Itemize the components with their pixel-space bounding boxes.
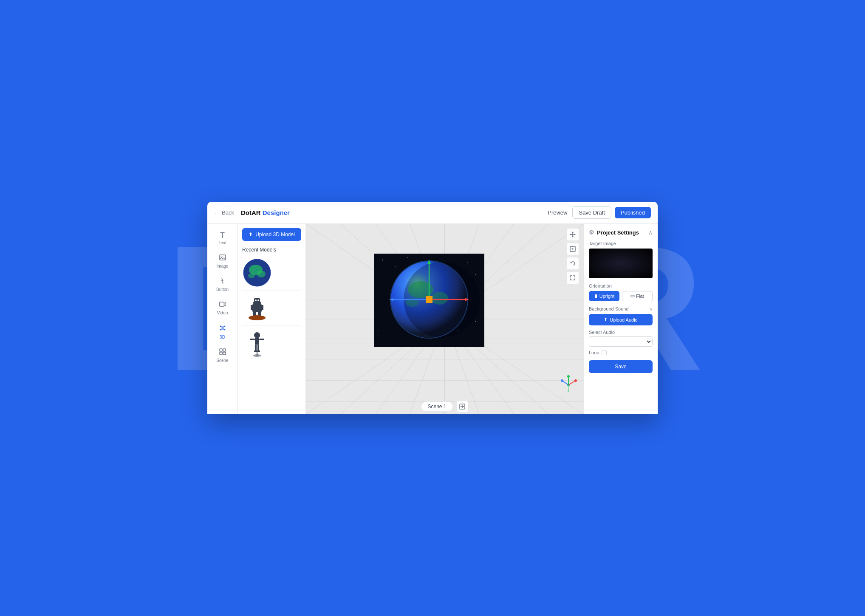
- svg-point-21: [248, 273, 255, 278]
- orientation-buttons: Upright Flat: [589, 291, 653, 301]
- svg-rect-40: [257, 350, 260, 352]
- undo-button[interactable]: [566, 257, 579, 270]
- scene-bar: Scene 1: [306, 399, 583, 414]
- svg-marker-87: [427, 260, 431, 264]
- svg-rect-14: [220, 349, 222, 351]
- svg-marker-98: [574, 234, 576, 235]
- model-item-robot[interactable]: [242, 291, 301, 326]
- app-body: T Text Image But: [207, 224, 658, 414]
- svg-marker-95: [572, 232, 574, 233]
- fairy-thumbnail: [242, 328, 272, 358]
- app-title: DotAR Designer: [241, 209, 290, 216]
- model-list: [238, 255, 305, 361]
- sidebar-item-image[interactable]: Image: [210, 250, 235, 272]
- scene-name[interactable]: Scene 1: [421, 401, 452, 412]
- expand-button[interactable]: [566, 271, 579, 284]
- upload-3d-model-button[interactable]: ⬆ Upload 3D Model: [242, 228, 301, 241]
- right-panel: ⚙ Project Settings ∧ Target Image Orient…: [583, 224, 658, 414]
- svg-point-20: [257, 271, 266, 277]
- text-icon: T: [220, 232, 225, 239]
- 3d-icon: [218, 324, 227, 333]
- model-item-fairy[interactable]: [242, 326, 301, 361]
- svg-rect-39: [254, 350, 257, 352]
- target-image-preview[interactable]: [589, 249, 653, 278]
- image-icon: [219, 254, 226, 263]
- sidebar-item-text[interactable]: T Text: [210, 228, 235, 249]
- save-button[interactable]: Save: [589, 360, 653, 373]
- icon-sidebar: T Text Image But: [207, 224, 238, 414]
- svg-marker-97: [570, 234, 571, 235]
- upload-audio-button[interactable]: ⬆ Upload Audio: [589, 314, 653, 325]
- svg-point-107: [574, 379, 577, 382]
- svg-point-109: [561, 379, 563, 382]
- chevron-down-icon: ∨: [650, 307, 653, 311]
- bg-sound-label: Background Sound ∨: [589, 306, 653, 311]
- audio-select[interactable]: [589, 336, 653, 347]
- svg-rect-38: [257, 345, 259, 351]
- svg-point-31: [257, 300, 259, 301]
- axes-indicator: [558, 372, 579, 395]
- svg-rect-37: [255, 345, 257, 351]
- svg-rect-0: [220, 255, 226, 260]
- axes-svg: [558, 372, 579, 393]
- save-draft-button[interactable]: Save Draft: [572, 206, 611, 219]
- select-audio-label: Select Audio: [589, 330, 653, 335]
- asset-panel: ⬆ Upload 3D Model Recent Models: [238, 224, 306, 414]
- svg-marker-96: [572, 236, 574, 237]
- sidebar-item-video[interactable]: Video: [210, 297, 235, 319]
- add-scene-button[interactable]: [456, 401, 468, 413]
- earth-thumbnail: [242, 258, 272, 288]
- svg-point-42: [253, 354, 261, 357]
- audio-upload-icon: ⬆: [604, 317, 608, 322]
- svg-point-33: [254, 332, 260, 338]
- move-tool-button[interactable]: [566, 228, 579, 241]
- svg-line-9: [223, 326, 225, 328]
- svg-point-111: [568, 390, 569, 392]
- sidebar-item-button[interactable]: Button: [210, 274, 235, 295]
- gear-icon: ⚙: [589, 229, 594, 236]
- svg-point-32: [249, 315, 266, 320]
- earth-scene-object[interactable]: [374, 254, 484, 347]
- scene-toolbar: [566, 228, 579, 284]
- svg-marker-89: [465, 298, 469, 301]
- svg-point-30: [255, 300, 257, 301]
- svg-rect-34: [255, 338, 259, 345]
- sidebar-item-scene[interactable]: Scene: [210, 345, 235, 366]
- model-item-earth[interactable]: [242, 255, 301, 291]
- loop-label: Loop: [589, 350, 599, 355]
- back-arrow-icon: ←: [214, 209, 220, 216]
- loop-row: Loop: [589, 350, 653, 355]
- svg-point-105: [567, 375, 570, 378]
- svg-marker-91: [389, 298, 393, 301]
- svg-rect-2: [219, 302, 224, 306]
- target-image-label: Target Image: [589, 241, 653, 246]
- svg-rect-36: [259, 339, 264, 340]
- panel-header: ⚙ Project Settings ∧: [589, 229, 653, 236]
- sidebar-item-3d[interactable]: 3D: [210, 320, 235, 343]
- svg-rect-115: [595, 294, 597, 298]
- canvas-area: Scene 1: [306, 224, 583, 414]
- svg-line-10: [220, 328, 223, 330]
- transform-handles: [374, 254, 484, 347]
- cursor-tool-button[interactable]: [566, 243, 579, 255]
- svg-rect-35: [250, 339, 255, 340]
- robot-thumbnail: [242, 293, 272, 323]
- svg-rect-116: [631, 295, 634, 297]
- scene-icon: [219, 348, 226, 357]
- upload-icon: ⬆: [249, 232, 253, 237]
- preview-button[interactable]: Preview: [548, 209, 567, 216]
- orientation-label: Orientation: [589, 283, 653, 288]
- app-header: ← Back DotAR Designer Preview Save Draft…: [207, 202, 658, 224]
- flat-button[interactable]: Flat: [622, 291, 653, 301]
- collapse-icon[interactable]: ∧: [648, 229, 653, 236]
- loop-checkbox[interactable]: [602, 350, 607, 355]
- app-window: ← Back DotAR Designer Preview Save Draft…: [207, 202, 658, 414]
- back-button[interactable]: ← Back: [214, 209, 234, 216]
- svg-rect-16: [220, 352, 222, 355]
- published-button[interactable]: Published: [615, 207, 651, 218]
- svg-rect-17: [223, 352, 226, 355]
- recent-models-label: Recent Models: [238, 245, 305, 255]
- upright-button[interactable]: Upright: [589, 291, 619, 301]
- video-icon: [219, 300, 226, 309]
- starfield-image: [589, 249, 653, 278]
